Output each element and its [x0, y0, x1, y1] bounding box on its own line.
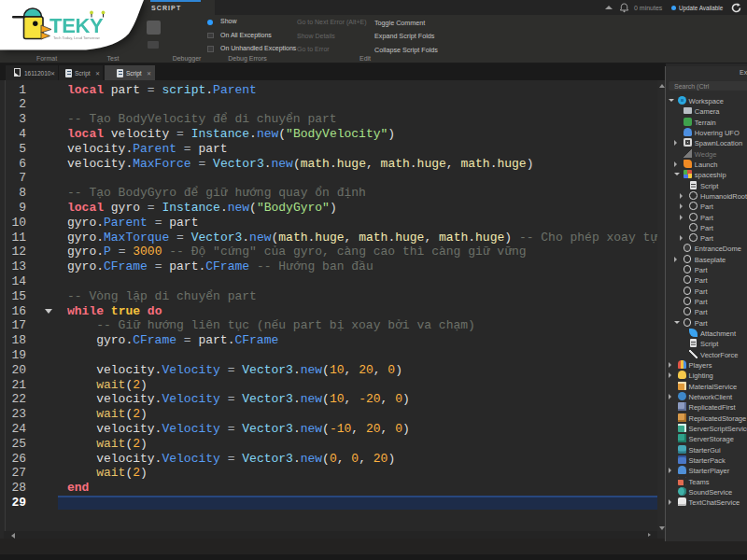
svg-text:Tech Today, Lead Tomorrow: Tech Today, Lead Tomorrow — [53, 35, 100, 40]
svg-text:TEKY: TEKY — [49, 14, 104, 37]
